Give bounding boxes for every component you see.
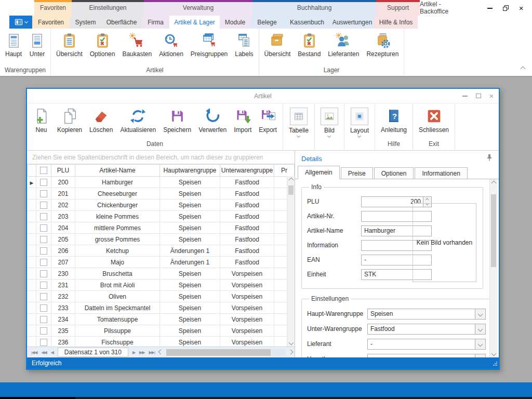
toolbar-button-verwerfen[interactable]: Verwerfen	[195, 107, 230, 134]
checkbox[interactable]	[40, 339, 47, 346]
details-vertical-scrollbar[interactable]	[489, 179, 497, 357]
cell[interactable]: Vorspeisen	[220, 325, 274, 337]
toolbar-button-kopieren[interactable]: Kopieren	[54, 107, 86, 134]
cell[interactable]: Fischsuppe	[75, 337, 160, 347]
toolbar-button-speichern[interactable]: Speichern	[159, 107, 195, 134]
cell[interactable]: Fastfood	[220, 188, 274, 200]
cell[interactable]: 235	[51, 325, 75, 337]
row-select-cell[interactable]	[36, 234, 51, 245]
cell[interactable]: Speisen	[160, 177, 220, 188]
nav-next-page-button[interactable]: ▶▶	[137, 350, 147, 355]
toolbar-button-tabelle[interactable]: Tabelle	[285, 107, 312, 138]
unter-warengruppe-dropdown[interactable]: Fastfood	[367, 324, 486, 335]
dropdown-button[interactable]	[475, 339, 485, 349]
cell[interactable]: Fastfood	[220, 234, 274, 245]
tab-kassenbuch[interactable]: Kassenbuch	[284, 16, 330, 29]
checkbox[interactable]	[40, 236, 47, 243]
close-button[interactable]: ×	[513, 2, 529, 14]
table-row[interactable]: 204mittlere PommesSpeisenFastfood	[28, 222, 295, 234]
hscroll-left-button[interactable]	[157, 350, 165, 355]
cell[interactable]: 201	[51, 188, 75, 200]
tab-oberflache[interactable]: Oberfläche	[101, 16, 142, 29]
cell[interactable]: Oliven	[75, 291, 160, 302]
haupt-warengruppe-dropdown[interactable]: Speisen	[367, 309, 486, 320]
cell[interactable]: Vorspeisen	[220, 337, 274, 347]
checkbox[interactable]	[40, 213, 47, 220]
table-row[interactable]: 232OlivenSpeisenVorspeisen	[28, 291, 295, 302]
row-select-cell[interactable]	[36, 211, 51, 222]
scroll-down-button[interactable]	[289, 339, 293, 347]
cell[interactable]: Speisen	[160, 314, 220, 325]
ribbon-button-lager-rezepturen[interactable]: Rezepturen	[363, 31, 402, 59]
checkbox[interactable]	[40, 282, 47, 289]
checkbox[interactable]	[40, 224, 47, 232]
ribbon-button-warengruppen-haupt[interactable]: Haupt	[2, 31, 25, 59]
cell[interactable]: Speisen	[160, 188, 220, 200]
child-minimize-button[interactable]	[462, 95, 468, 97]
hscroll-right-button[interactable]	[287, 350, 295, 355]
cell[interactable]: Vorspeisen	[220, 302, 274, 314]
checkbox[interactable]	[40, 190, 47, 197]
checkbox[interactable]	[40, 304, 47, 312]
grid-vertical-scrollbar[interactable]	[287, 176, 295, 347]
scroll-up-button[interactable]	[492, 179, 496, 187]
ribbon-button-lager-ubersicht[interactable]: Übersicht	[261, 31, 295, 59]
cell[interactable]: mittlere Pommes	[75, 222, 160, 234]
cell[interactable]: Fastfood	[220, 245, 274, 257]
scroll-down-button[interactable]	[492, 350, 496, 357]
tab-hilfe-and-infos[interactable]: Hilfe & Infos	[374, 16, 418, 29]
cell[interactable]: Ketchup	[75, 245, 160, 257]
checkbox[interactable]	[40, 270, 47, 277]
ribbon-button-artikel-aktionen[interactable]: Aktionen	[155, 31, 187, 59]
checkbox[interactable]	[40, 259, 47, 266]
cell[interactable]: 200	[51, 177, 75, 188]
cell[interactable]: Fastfood	[220, 222, 274, 234]
scroll-up-button[interactable]	[289, 176, 293, 184]
details-tab-allgemein[interactable]: Allgemein	[298, 166, 340, 179]
column-header-artikel-name[interactable]: Artikel-Name	[75, 165, 160, 177]
row-select-cell[interactable]	[36, 337, 51, 347]
cell[interactable]: Speisen	[160, 268, 220, 280]
table-row[interactable]: 205grosse PommesSpeisenFastfood	[28, 234, 295, 245]
cell[interactable]: Vorspeisen	[220, 291, 274, 302]
column-header-pr[interactable]: Pr	[274, 165, 295, 177]
table-row[interactable]: ▶200HamburgerSpeisenFastfood	[28, 177, 295, 188]
nav-next-button[interactable]: ▶	[130, 350, 137, 355]
details-tab-preise[interactable]: Preise	[341, 167, 373, 179]
row-select-cell[interactable]	[36, 222, 51, 234]
row-select-cell[interactable]	[36, 245, 51, 257]
table-row[interactable]: 233Datteln im SpeckmantelSpeisenVorspeis…	[28, 302, 295, 314]
row-select-cell[interactable]	[36, 314, 51, 325]
tab-system[interactable]: System	[70, 16, 101, 29]
toolbar-button-anleitung[interactable]: ?Anleitung	[377, 107, 410, 134]
column-header-unterwarengruppe[interactable]: Unterwarengruppe	[220, 165, 274, 177]
table-row[interactable]: 206KetchupÄnderungen 1Fastfood	[28, 245, 295, 257]
cell[interactable]: Pilssuppe	[75, 325, 160, 337]
cell[interactable]: 236	[51, 337, 75, 347]
ribbon-button-artikel-baukasten[interactable]: Baukasten	[118, 31, 155, 59]
cell[interactable]: 207	[51, 257, 75, 268]
table-row[interactable]: 231Brot mit AioliSpeisenVorspeisen	[28, 280, 295, 291]
row-select-cell[interactable]	[36, 280, 51, 291]
cell[interactable]: Fastfood	[220, 257, 274, 268]
table-row[interactable]: 235PilssuppeSpeisenVorspeisen	[28, 325, 295, 337]
cell[interactable]: Tomatensuppe	[75, 314, 160, 325]
cell[interactable]: Cheeseburger	[75, 188, 160, 200]
scrollbar-thumb[interactable]	[166, 349, 271, 356]
cell[interactable]: 203	[51, 211, 75, 222]
table-row[interactable]: 203kleine PommesSpeisenFastfood	[28, 211, 295, 222]
cell[interactable]: Vorspeisen	[220, 280, 274, 291]
cell[interactable]: 230	[51, 268, 75, 280]
scrollbar-thumb[interactable]	[288, 185, 294, 195]
toolbar-button-schliessen[interactable]: Schliessen	[415, 107, 453, 134]
child-maximize-button[interactable]	[476, 94, 481, 98]
cell[interactable]: 205	[51, 234, 75, 245]
hauptlager-dropdown[interactable]: -	[367, 354, 486, 358]
row-select-cell[interactable]	[36, 291, 51, 302]
row-select-cell[interactable]	[36, 200, 51, 211]
toolbar-button-layout[interactable]: Layout	[347, 107, 373, 138]
cell[interactable]: 204	[51, 222, 75, 234]
ribbon-button-artikel-labels[interactable]: Labels	[231, 31, 257, 59]
cell[interactable]: Speisen	[160, 234, 220, 245]
checkbox[interactable]	[40, 293, 47, 300]
